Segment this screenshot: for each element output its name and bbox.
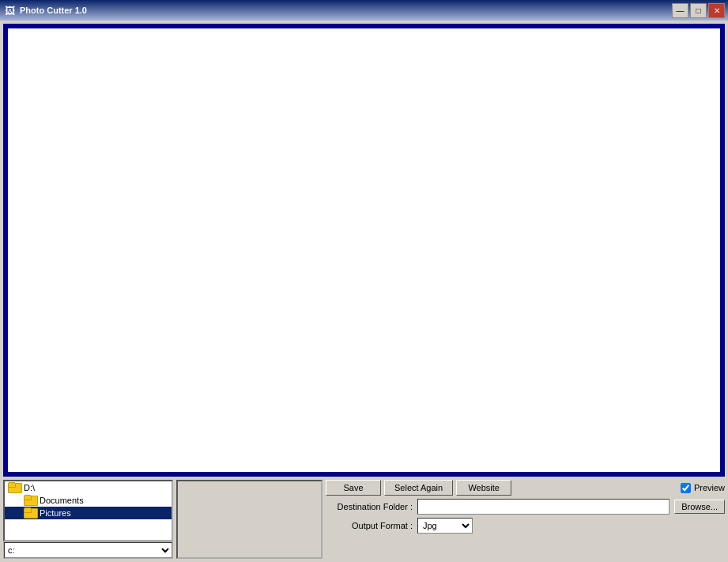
tree-item-label: Pictures <box>40 508 71 518</box>
main-window: D:\ Documents Pictures c: d: e: <box>0 21 728 562</box>
destination-folder-row: Destination Folder : Browse... <box>326 499 725 515</box>
folder-icon <box>24 507 36 519</box>
top-controls: Save Select Again Website Preview <box>326 480 725 496</box>
file-tree-wrapper: D:\ Documents Pictures c: d: e: <box>3 480 173 559</box>
destination-folder-input[interactable] <box>417 499 670 515</box>
app-icon: 🖼 <box>5 5 15 17</box>
preview-area: Preview <box>681 483 725 493</box>
tree-item-label: Documents <box>40 496 84 505</box>
drive-select[interactable]: c: d: e: <box>4 542 172 558</box>
tree-item-label: D:\ <box>24 483 35 492</box>
thumbnail-panel <box>176 480 323 559</box>
tree-item-documents[interactable]: Documents <box>5 494 172 507</box>
output-format-row: Output Format : Jpg Png Bmp Gif <box>326 518 725 534</box>
bottom-panel: D:\ Documents Pictures c: d: e: <box>3 480 725 559</box>
output-format-select[interactable]: Jpg Png Bmp Gif <box>417 518 473 534</box>
canvas-area <box>3 24 725 477</box>
folder-icon <box>24 495 36 506</box>
folder-icon <box>8 482 21 493</box>
tree-item-pictures[interactable]: Pictures <box>5 507 172 519</box>
maximize-button[interactable]: □ <box>690 3 707 18</box>
save-button[interactable]: Save <box>326 480 381 496</box>
tree-item-drive[interactable]: D:\ <box>5 481 172 494</box>
drive-selector-row: c: d: e: <box>3 541 173 559</box>
controls-panel: Save Select Again Website Preview Destin… <box>326 480 725 559</box>
title-bar: 🖼 Photo Cutter 1.0 — □ ✕ <box>0 0 728 21</box>
window-title: Photo Cutter 1.0 <box>20 6 87 15</box>
preview-checkbox[interactable] <box>681 483 691 493</box>
browse-button[interactable]: Browse... <box>674 500 725 514</box>
output-format-label: Output Format : <box>326 521 413 530</box>
destination-folder-label: Destination Folder : <box>326 502 413 511</box>
minimize-button[interactable]: — <box>672 3 688 18</box>
website-button[interactable]: Website <box>456 480 511 496</box>
select-again-button[interactable]: Select Again <box>384 480 453 496</box>
preview-label: Preview <box>694 483 725 492</box>
close-button[interactable]: ✕ <box>708 3 725 18</box>
file-tree[interactable]: D:\ Documents Pictures <box>3 480 173 541</box>
